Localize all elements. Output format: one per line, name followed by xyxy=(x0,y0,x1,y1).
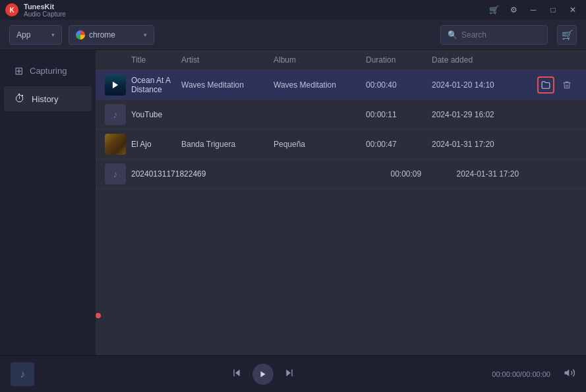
main-layout: ⊞ Capturing ⏱ History Title Artist Album… xyxy=(0,50,586,355)
player-controls xyxy=(42,364,484,385)
row3-artist: Banda Triguera xyxy=(181,140,274,149)
browser-chevron: ▾ xyxy=(144,32,147,38)
history-icon: ⏱ xyxy=(15,93,25,105)
app-name: TunesKit xyxy=(24,3,66,11)
row4-date: 2024-01-31 17:20 xyxy=(456,169,562,179)
row3-album: Pequeña xyxy=(274,140,366,149)
sidebar-item-capturing[interactable]: ⊞ Capturing xyxy=(4,58,92,84)
row1-title-cell xyxy=(105,74,131,96)
table-body: Ocean At A Distance Waves Meditation Wav… xyxy=(96,70,586,355)
row3-duration: 00:00:47 xyxy=(366,140,432,149)
search-box[interactable]: 🔍 xyxy=(440,25,548,45)
row1-thumbnail xyxy=(105,74,126,96)
row1-album: Waves Meditation xyxy=(274,80,366,90)
title-bar-controls: 🛒 ⚙ ─ □ ✕ xyxy=(486,4,581,16)
row4-title: 20240131171822469 xyxy=(131,169,206,179)
delete-button[interactable] xyxy=(558,76,575,94)
player-music-icon: ♪ xyxy=(20,368,25,380)
header-duration: Duration xyxy=(366,55,432,65)
search-input[interactable] xyxy=(461,30,541,40)
sidebar-history-label: History xyxy=(32,94,58,104)
time-display: 00:00:00/00:00:00 xyxy=(492,370,550,378)
chrome-icon xyxy=(76,30,85,40)
maximize-button[interactable]: □ xyxy=(545,4,561,16)
table-row[interactable]: ♪ 20240131171822469 00:00:09 2024-01-31 … xyxy=(96,159,586,189)
svg-marker-2 xyxy=(565,369,570,376)
row3-date: 2024-01-31 17:20 xyxy=(432,140,537,149)
app-subtitle: Audio Capture xyxy=(24,11,66,18)
sidebar-capturing-label: Capturing xyxy=(30,66,67,76)
row1-title: Ocean At A Distance xyxy=(131,76,181,94)
cart-icon[interactable]: 🛒 xyxy=(486,4,502,16)
prev-button[interactable] xyxy=(231,368,242,381)
row1-date: 2024-01-20 14:10 xyxy=(432,80,537,90)
svg-marker-1 xyxy=(261,371,266,377)
settings-icon[interactable]: ⚙ xyxy=(506,4,521,16)
music-note-icon: ♪ xyxy=(113,109,118,120)
search-icon: 🔍 xyxy=(448,30,457,40)
title-bar-left: K TunesKit Audio Capture xyxy=(5,3,66,18)
source-chevron: ▾ xyxy=(51,32,55,38)
row1-artist: Waves Meditation xyxy=(181,80,274,90)
source-dropdown[interactable]: App ▾ xyxy=(9,25,62,45)
player-thumbnail: ♪ xyxy=(11,362,34,386)
row2-duration: 00:00:11 xyxy=(366,110,432,119)
row1-duration: 00:00:40 xyxy=(366,80,432,90)
row4-duration: 00:00:09 xyxy=(390,169,456,179)
minimize-button[interactable]: ─ xyxy=(525,4,541,16)
music-note-icon: ♪ xyxy=(113,169,118,179)
app-logo: K xyxy=(5,3,18,16)
row3-thumbnail xyxy=(105,134,126,155)
row2-date: 2024-01-29 16:02 xyxy=(432,110,537,119)
open-folder-button[interactable] xyxy=(537,76,554,94)
content-area: Title Artist Album Duration Date added xyxy=(96,50,586,355)
close-button[interactable]: ✕ xyxy=(565,4,581,16)
player-bar: ♪ 00:00:00/00:00:00 xyxy=(0,355,586,392)
sidebar: ⊞ Capturing ⏱ History xyxy=(0,50,96,355)
table-row[interactable]: ♪ YouTube 00:00:11 2024-01-29 16:02 xyxy=(96,100,586,130)
table-row[interactable]: Ocean At A Distance Waves Meditation Wav… xyxy=(96,70,586,100)
play-button[interactable] xyxy=(252,364,274,385)
header-album: Album xyxy=(274,55,366,65)
next-button[interactable] xyxy=(284,368,295,381)
table-header: Title Artist Album Duration Date added xyxy=(96,50,586,70)
row2-thumbnail: ♪ xyxy=(105,104,126,125)
title-bar: K TunesKit Audio Capture 🛒 ⚙ ─ □ ✕ xyxy=(0,0,586,20)
row3-title: El Ajo xyxy=(131,140,181,149)
toolbar: App ▾ chrome ▾ 🔍 🛒 xyxy=(0,20,586,50)
table-row[interactable]: El Ajo Banda Triguera Pequeña 00:00:47 2… xyxy=(96,130,586,159)
row3-title-cell xyxy=(105,134,131,155)
row2-title: YouTube xyxy=(131,110,181,119)
row2-title-cell: ♪ xyxy=(105,104,131,125)
header-date-added: Date added xyxy=(432,55,537,65)
header-title: Title xyxy=(131,55,181,65)
header-artist: Artist xyxy=(181,55,274,65)
browser-dropdown[interactable]: chrome ▾ xyxy=(69,25,154,45)
browser-label: chrome xyxy=(89,30,115,40)
row4-thumbnail: ♪ xyxy=(105,163,126,184)
row1-actions xyxy=(537,76,577,94)
sidebar-item-history[interactable]: ⏱ History xyxy=(4,86,92,111)
svg-marker-0 xyxy=(113,82,118,89)
purchase-button[interactable]: 🛒 xyxy=(557,25,577,45)
capturing-icon: ⊞ xyxy=(15,65,23,77)
play-overlay xyxy=(105,74,126,96)
row4-title-cell: ♪ xyxy=(105,163,131,184)
volume-button[interactable] xyxy=(564,367,575,381)
source-label: App xyxy=(16,30,30,40)
scroll-position-indicator xyxy=(96,313,101,318)
